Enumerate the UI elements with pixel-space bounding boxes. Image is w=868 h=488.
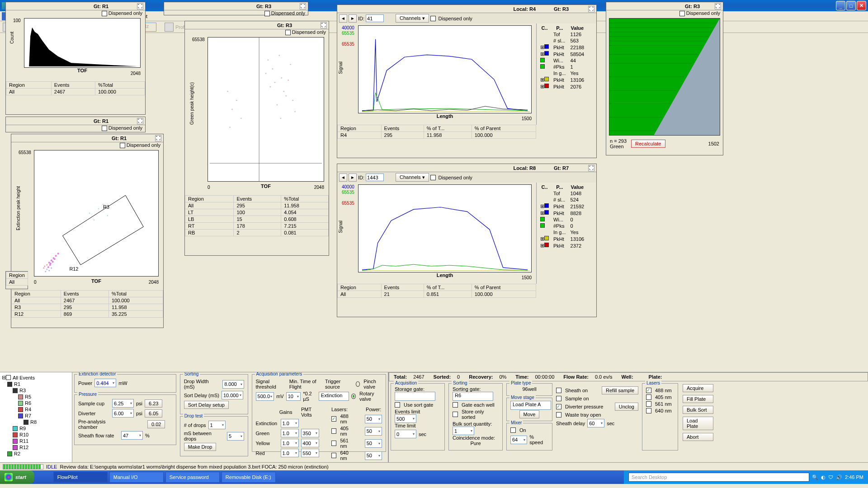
trigger-source-combo[interactable]: Extinction [319, 392, 349, 401]
fill-plate-button[interactable]: Fill Plate [683, 395, 713, 403]
id-input[interactable] [366, 174, 384, 181]
bulk-sort-input[interactable]: 1 [453, 427, 474, 435]
expand-icon[interactable]: ⛶ [137, 118, 143, 124]
tray-icon[interactable]: 🔍 [812, 474, 818, 480]
svg-point-18 [98, 208, 99, 210]
waterfall-n: n = 293 [610, 138, 627, 144]
tree-item-r5[interactable]: R5 [2, 394, 70, 400]
expand-icon[interactable]: ⛶ [137, 3, 143, 9]
svg-point-31 [285, 95, 287, 97]
minimize-button[interactable]: _ [836, 1, 845, 10]
id-input[interactable] [366, 14, 384, 22]
expand-icon[interactable]: ⛶ [300, 3, 306, 9]
tree-all-events[interactable]: ⊟ All Events [2, 374, 70, 381]
close-button[interactable]: ✕ [857, 1, 866, 10]
tree-item-r11[interactable]: R11 [2, 438, 70, 444]
tree-item-r2[interactable]: R2 [2, 450, 70, 457]
system-tray: Search Desktop 🔍 ◐ 🛡 🔊 2:46 PM [624, 470, 868, 484]
power-input[interactable]: 0.484 [94, 379, 116, 387]
main-area: Gt: R1 ⛶ Dispensed only Count 100 2048 T… [0, 33, 868, 372]
tray-icon[interactable]: 🔊 [836, 474, 842, 480]
status-summary: Total:2467 Sorted:0 Recovery:0% Time:00:… [389, 372, 868, 381]
tree-item-r3[interactable]: R3 [2, 387, 70, 394]
waterfall-panel: Gt: R3 ⛶ Dispensed only n = 293 Green Re… [606, 2, 723, 155]
acquire-button[interactable]: Acquire [683, 384, 713, 392]
drop-width-input[interactable]: 8.000 [222, 380, 244, 389]
plate-type-group: Plate type 96well [506, 383, 552, 396]
tray-icon[interactable]: ◐ [821, 474, 826, 480]
pinch-radio[interactable] [356, 381, 360, 387]
make-drop-button[interactable]: Make Drop [184, 443, 217, 451]
load-plate-button[interactable]: Load Plate [683, 417, 713, 430]
svg-point-26 [267, 59, 269, 61]
expand-icon[interactable]: ⛶ [155, 135, 161, 141]
expand-icon[interactable]: ⛶ [588, 6, 594, 12]
expand-icon[interactable]: ⛶ [321, 22, 327, 28]
tree-item-r8[interactable]: R8 [2, 419, 70, 425]
svg-point-15 [46, 264, 47, 266]
prev-button[interactable]: ◄ [339, 174, 347, 182]
sort-delay-setup-button[interactable]: Sort Delay setup [184, 401, 229, 409]
unclog-button[interactable]: Unclog [615, 403, 638, 411]
sheath-flow-input[interactable]: 47 [121, 431, 143, 440]
channels-dropdown[interactable]: Channels ▾ [396, 173, 429, 182]
expand-icon[interactable]: ⛶ [715, 3, 721, 9]
task-service-password[interactable]: Service password [165, 472, 220, 483]
prev-button[interactable]: ◄ [339, 14, 347, 23]
task-removable-disk[interactable]: Removable Disk (E:) [222, 472, 276, 483]
svg-point-4 [47, 266, 49, 268]
sample-lock-button[interactable]: 6.23 [145, 399, 162, 408]
extinction-detector-group: Extinction detector Power 0.484 mW [74, 374, 176, 393]
min-tof-input[interactable]: 10 [286, 392, 301, 401]
sample-cup-input[interactable]: 6.25 [112, 399, 134, 408]
profiling-icon[interactable] [165, 23, 174, 32]
windows-logo-icon [5, 473, 13, 481]
progress-bar [3, 464, 43, 469]
drops-input[interactable]: 1 [208, 421, 226, 429]
dispensed-checkbox[interactable] [120, 143, 125, 148]
expand-icon[interactable]: ⛶ [588, 165, 594, 171]
move-stage-combo[interactable]: Load Plate A [510, 401, 551, 410]
channels-dropdown[interactable]: Channels ▾ [396, 14, 429, 23]
bulk-sort-button[interactable]: Bulk Sort [683, 406, 713, 414]
task-flowpilot[interactable]: FlowPilot [53, 472, 108, 483]
svg-point-17 [89, 213, 90, 214]
task-manual-io[interactable]: Manual I/O [109, 472, 164, 483]
events-limit-input[interactable]: 500 [395, 414, 416, 423]
refill-button[interactable]: Refill sample [602, 386, 638, 394]
tree-item-r6[interactable]: R6 [2, 400, 70, 406]
tree-item-r1[interactable]: R1 [2, 381, 70, 387]
dispensed-checkbox[interactable] [102, 126, 107, 131]
next-button[interactable]: ► [349, 14, 357, 23]
ms-drops-input[interactable]: 5 [227, 432, 244, 441]
sorting-group: Sorting Drop Width (mS)8.000 Sort Delay … [180, 374, 248, 414]
dispensed-checkbox[interactable] [102, 11, 107, 16]
search-desktop-input[interactable]: Search Desktop [628, 473, 809, 482]
start-button[interactable]: start [0, 470, 34, 484]
sorting-gate-combo[interactable]: R6 [453, 392, 493, 401]
time-limit-input[interactable]: 0 [395, 430, 416, 438]
clock[interactable]: 2:46 PM [845, 474, 863, 480]
tree-item-r9[interactable]: R9 [2, 425, 70, 432]
tray-icon[interactable]: 🛡 [828, 474, 833, 480]
tree-item-r10[interactable]: R10 [2, 432, 70, 438]
svg-point-39 [280, 117, 281, 119]
svg-point-8 [50, 263, 52, 264]
move-button[interactable]: Move [519, 410, 540, 418]
drop-test-group: Drop test # of drops1 mS between drops5 … [180, 416, 248, 456]
next-button[interactable]: ► [349, 174, 357, 182]
signal-threshold-input[interactable]: 500.0 [256, 392, 274, 401]
storage-gate-combo[interactable] [395, 392, 435, 401]
tree-item-r12[interactable]: R12 [2, 444, 70, 450]
abort-button[interactable]: Abort [683, 433, 713, 441]
tree-item-r4[interactable]: R4 [2, 406, 70, 413]
region-tree: ⊟ All Events R1R3R5R6R4R7R8R9R10R11R12R2 [0, 372, 72, 462]
rotary-radio[interactable] [351, 394, 356, 399]
maximize-button[interactable]: □ [846, 1, 856, 10]
recalculate-button[interactable]: Recalculate [631, 140, 665, 148]
preanalysis-value[interactable]: 0.02 [147, 420, 165, 428]
tree-item-r7[interactable]: R7 [2, 413, 70, 419]
sort-delay-input[interactable]: 10.000 [222, 391, 243, 399]
diverter-input[interactable]: 6.00 [112, 409, 134, 418]
diverter-lock-button[interactable]: 6.05 [145, 409, 162, 418]
